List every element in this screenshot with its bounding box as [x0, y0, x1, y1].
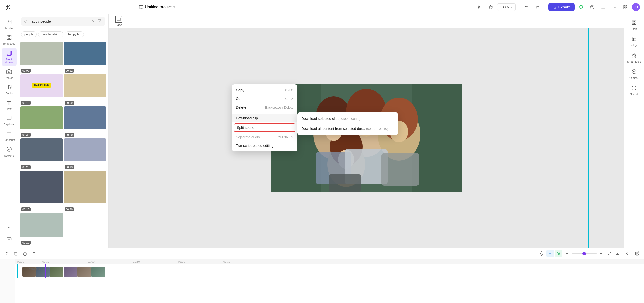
- video-thumb-8[interactable]: 00:13: [64, 138, 107, 170]
- right-panel-speed[interactable]: Speed: [626, 83, 643, 98]
- right-panel-background[interactable]: Backgr...: [626, 34, 643, 49]
- svg-point-12: [616, 7, 616, 7]
- video-thumb-3[interactable]: HAPPY END 00:10: [20, 74, 63, 106]
- sidebar-item-text[interactable]: T Text: [2, 98, 17, 112]
- video-duration-4: 00:09: [65, 101, 74, 105]
- right-panel-animate[interactable]: Animat...: [626, 67, 643, 81]
- search-clear-btn[interactable]: ✕: [92, 19, 95, 23]
- ratio-label: Ratio: [115, 23, 122, 26]
- timeline-subtitle-btn[interactable]: [614, 250, 621, 257]
- animate-label: Animat...: [629, 76, 639, 79]
- timeline-text-btn[interactable]: T: [30, 250, 38, 257]
- audio-icon: [6, 84, 12, 91]
- timeline-loop-btn[interactable]: [21, 250, 29, 257]
- sidebar-item-stickers[interactable]: Stickers: [2, 144, 17, 159]
- ctx-separate-audio-shortcut: Ctrl Shift S: [278, 135, 293, 139]
- sidebar-item-captions[interactable]: Captions: [2, 113, 17, 128]
- timeline-fullscreen-btn[interactable]: [606, 250, 613, 257]
- ctx-download-clip[interactable]: Download clip ›: [232, 114, 297, 122]
- svg-rect-69: [329, 174, 361, 192]
- video-thumb-7[interactable]: 00:25: [20, 138, 63, 170]
- timeline-delete-btn[interactable]: [12, 250, 20, 257]
- right-panel-basic[interactable]: Basic: [626, 18, 643, 32]
- svg-line-3: [9, 8, 10, 9]
- ctx-download-clip-arrow: ›: [292, 116, 293, 120]
- layout-btn[interactable]: [621, 3, 630, 12]
- sidebar-item-transcript[interactable]: Transcript: [2, 129, 17, 143]
- sidebar-item-templates[interactable]: Templates: [2, 33, 17, 47]
- submenu-download-selected[interactable]: Download selected clip (00:00 – 00:10): [297, 114, 398, 124]
- timeline-volume-btn[interactable]: [624, 250, 632, 257]
- ctx-split-scene[interactable]: Split scene: [234, 124, 295, 131]
- undo-btn[interactable]: [522, 3, 531, 12]
- sidebar-item-stock-videos[interactable]: Stock videos: [2, 48, 17, 66]
- ctx-copy-label: Copy: [236, 88, 244, 92]
- timeline-zoom-plus-btn[interactable]: +: [598, 250, 605, 257]
- search-input[interactable]: [30, 19, 90, 23]
- sidebar-item-photos[interactable]: Photos: [2, 67, 17, 81]
- shield-btn[interactable]: [577, 3, 586, 12]
- video-duration-3: 00:10: [21, 101, 31, 105]
- avatar[interactable]: JD: [632, 3, 640, 11]
- help-btn[interactable]: [588, 3, 597, 12]
- submenu-download-all[interactable]: Download all content from selected dur..…: [297, 124, 398, 134]
- redo-btn[interactable]: [533, 3, 542, 12]
- captions-icon: [6, 115, 12, 122]
- search-tag-people-talking[interactable]: people talking: [38, 31, 63, 37]
- cursor-tool-btn[interactable]: [475, 3, 484, 12]
- ctx-delete-shortcut: Backspace / Delete: [265, 106, 293, 109]
- timeline-playhead-purple: [45, 264, 46, 278]
- video-thumb-9[interactable]: 00:10: [20, 171, 63, 212]
- zoom-control[interactable]: 100%: [497, 3, 516, 11]
- zoom-value: 100%: [500, 5, 509, 9]
- playhead-left: [144, 28, 144, 248]
- search-tag-people[interactable]: people: [21, 31, 37, 37]
- timeline-zoom-controls: − +: [538, 250, 621, 257]
- timeline-edit-btn[interactable]: [633, 250, 641, 257]
- project-title[interactable]: Untitled project ▾: [139, 5, 175, 9]
- more-btn[interactable]: [610, 3, 619, 12]
- smart-tools-label: Smart tools: [627, 60, 641, 63]
- sidebar-item-audio[interactable]: Audio: [2, 82, 17, 97]
- timeline-split-btn[interactable]: [3, 250, 11, 257]
- search-tag-happy-bir[interactable]: happy bir: [65, 31, 84, 37]
- video-thumb-4[interactable]: 00:09: [64, 74, 107, 106]
- timeline-zoom-minus-btn[interactable]: −: [564, 250, 571, 257]
- zoom-slider[interactable]: [572, 253, 597, 254]
- ctx-cut[interactable]: Cut Ctrl X: [232, 94, 297, 103]
- ctx-transcript-editing[interactable]: Transcript-based editing: [232, 141, 297, 150]
- hand-tool-btn[interactable]: [486, 3, 495, 12]
- video-grid: 00:09 00:22 HAPPY END 00:10 00:09: [18, 40, 108, 248]
- timeline-mic-btn[interactable]: [538, 250, 545, 257]
- timeline-magnet-btn[interactable]: [555, 250, 562, 257]
- timeline-tracks: 00:00 00:30 01:00 01:30 02:00: [15, 259, 644, 303]
- export-label: Export: [558, 5, 570, 9]
- search-filter-btn[interactable]: [97, 19, 102, 24]
- svg-rect-70: [632, 21, 634, 22]
- video-thumb-6[interactable]: 00:20: [64, 106, 107, 138]
- video-thumb-1[interactable]: 00:09: [20, 42, 63, 74]
- ctx-copy[interactable]: Copy Ctrl C: [232, 86, 297, 94]
- video-duration-11: 00:19: [21, 241, 31, 245]
- svg-rect-41: [7, 238, 11, 240]
- video-clip[interactable]: Video clip: [22, 267, 108, 277]
- logo[interactable]: [4, 3, 12, 11]
- sidebar-keyboard-btn[interactable]: [2, 234, 17, 245]
- sidebar-item-media[interactable]: Media: [2, 17, 17, 32]
- video-thumb-5[interactable]: 00:30: [20, 106, 63, 138]
- ctx-delete[interactable]: Delete Backspace / Delete: [232, 103, 297, 112]
- clip-label: Video clip: [29, 267, 40, 270]
- search-bar: ✕: [21, 17, 105, 26]
- export-btn[interactable]: Export: [548, 3, 575, 11]
- video-thumb-10[interactable]: 00:49: [64, 171, 107, 212]
- video-thumb-11[interactable]: 00:19: [20, 213, 63, 246]
- ratio-btn[interactable]: Ratio: [113, 14, 125, 28]
- video-thumb-2[interactable]: 00:22: [64, 42, 107, 74]
- ruler-mark-3: 01:30: [133, 260, 178, 263]
- sidebar-expand-btn[interactable]: [2, 223, 17, 233]
- basic-icon: [632, 20, 637, 26]
- right-panel-smart-tools[interactable]: Smart tools: [626, 51, 643, 65]
- menu-btn[interactable]: [599, 3, 608, 12]
- timeline-split-track-btn[interactable]: [546, 250, 554, 257]
- ruler-mark-1: 00:30: [42, 260, 88, 263]
